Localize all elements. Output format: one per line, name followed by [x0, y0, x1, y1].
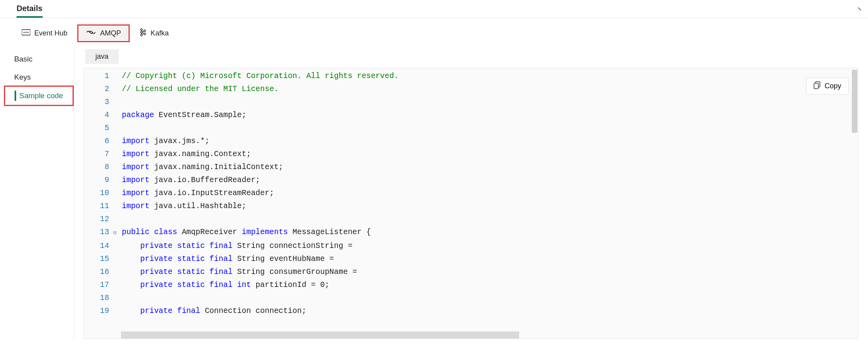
svg-line-12	[142, 33, 144, 34]
code-line: 18	[84, 292, 858, 305]
code-line: 16 private static final String consumerG…	[84, 266, 858, 279]
code-line: 2// Licensed under the MIT License.	[84, 83, 858, 96]
line-number: 11	[84, 200, 113, 213]
line-number: 15	[84, 253, 113, 266]
code-line: 19 private final Connection connection;	[84, 305, 858, 318]
fold-toggle-icon	[113, 187, 121, 200]
code-text: import javax.naming.InitialContext;	[121, 161, 283, 174]
copy-icon	[814, 81, 821, 91]
fold-toggle-icon	[113, 279, 121, 292]
fold-toggle-icon	[113, 213, 121, 226]
code-line: 9import java.io.BufferedReader;	[84, 174, 858, 187]
event-hub-icon	[22, 29, 30, 38]
tab-label: Kafka	[151, 29, 169, 37]
tab-label: Event Hub	[34, 29, 67, 37]
svg-line-11	[142, 31, 144, 32]
code-text	[121, 213, 122, 226]
vertical-scrollbar[interactable]	[852, 70, 857, 133]
line-number: 12	[84, 213, 113, 226]
svg-point-4	[141, 29, 142, 30]
code-text: private static final String eventHubName…	[121, 253, 334, 266]
tab-label: AMQP	[100, 29, 121, 37]
fold-toggle-icon[interactable]: ⊟	[113, 226, 121, 240]
highlight-box-amqp: AMQP	[77, 24, 130, 42]
code-line: 10import java.io.InputStreamReader;	[84, 187, 858, 200]
line-number: 3	[84, 96, 113, 109]
svg-point-5	[141, 32, 142, 33]
code-listing[interactable]: 1// Copyright (c) Microsoft Corporation.…	[84, 68, 858, 318]
sidebar-item-label: Keys	[14, 73, 31, 81]
line-number: 2	[84, 83, 113, 96]
code-line: 3	[84, 96, 858, 109]
code-line: 13⊟public class AmqpReceiver implements …	[84, 226, 858, 240]
fold-toggle-icon	[113, 96, 121, 109]
code-text: private static final String connectionSt…	[121, 240, 352, 253]
tab-event-hub[interactable]: Event Hub	[15, 26, 74, 41]
svg-point-6	[141, 34, 142, 36]
line-number: 18	[84, 292, 113, 305]
svg-point-2	[26, 32, 27, 33]
fold-toggle-icon	[113, 240, 121, 253]
sidebar-item-sample-code[interactable]: Sample code	[5, 87, 71, 105]
copy-label: Copy	[825, 82, 841, 90]
language-chip[interactable]: java	[85, 49, 119, 64]
code-text: import javax.jms.*;	[121, 135, 209, 148]
fold-toggle-icon	[113, 200, 121, 213]
details-title[interactable]: Details	[17, 4, 43, 18]
kafka-icon	[140, 28, 147, 39]
fold-toggle-icon	[113, 122, 121, 135]
code-line: 8import javax.naming.InitialContext;	[84, 161, 858, 174]
code-line: 11import java.util.Hashtable;	[84, 200, 858, 213]
fold-toggle-icon	[113, 292, 121, 305]
copy-button[interactable]: Copy	[806, 78, 849, 95]
sidebar-item-basic[interactable]: Basic	[0, 50, 74, 68]
code-line: 7import javax.naming.Context;	[84, 148, 858, 161]
svg-point-8	[144, 33, 145, 35]
code-panel: Copy 1// Copyright (c) Microsoft Corpora…	[84, 68, 859, 339]
fold-toggle-icon	[113, 174, 121, 187]
svg-rect-14	[814, 83, 818, 89]
code-text: package EventStream.Sample;	[121, 109, 246, 122]
line-number: 16	[84, 266, 113, 279]
code-line: 6import javax.jms.*;	[84, 135, 858, 148]
horizontal-scrollbar[interactable]	[121, 331, 519, 339]
fold-toggle-icon	[113, 305, 121, 318]
collapse-chevron-icon[interactable]	[857, 5, 865, 14]
highlight-box-sample-code: Sample code	[4, 86, 74, 106]
fold-toggle-icon	[113, 135, 121, 148]
code-text: private static final String consumerGrou…	[121, 266, 357, 279]
tab-amqp[interactable]: AMQP	[79, 26, 128, 40]
amqp-icon	[86, 29, 96, 37]
code-text: private static final int partitionId = 0…	[121, 279, 330, 292]
sidebar-item-label: Sample code	[19, 91, 63, 100]
code-line: 17 private static final int partitionId …	[84, 279, 858, 292]
code-line: 15 private static final String eventHubN…	[84, 253, 858, 266]
fold-toggle-icon	[113, 70, 121, 83]
code-text: import java.io.BufferedReader;	[121, 174, 260, 187]
code-line: 14 private static final String connectio…	[84, 240, 858, 253]
code-text: private final Connection connection;	[121, 305, 306, 318]
code-text: // Copyright (c) Microsoft Corporation. …	[121, 70, 399, 83]
fold-toggle-icon	[113, 161, 121, 174]
fold-toggle-icon	[113, 148, 121, 161]
code-text: public class AmqpReceiver implements Mes…	[121, 226, 371, 240]
svg-point-3	[28, 32, 29, 33]
code-line: 12	[84, 213, 858, 226]
code-line: 5	[84, 122, 858, 135]
line-number: 5	[84, 122, 113, 135]
line-number: 14	[84, 240, 113, 253]
code-text	[121, 292, 122, 305]
code-line: 1// Copyright (c) Microsoft Corporation.…	[84, 70, 858, 83]
fold-toggle-icon	[113, 109, 121, 122]
svg-point-7	[144, 30, 145, 32]
sidebar: Basic Keys Sample code	[0, 48, 74, 339]
protocol-tabs: Event Hub AMQP Kafka	[0, 18, 868, 48]
sidebar-item-label: Basic	[14, 55, 32, 63]
svg-point-1	[24, 32, 25, 33]
fold-toggle-icon	[113, 253, 121, 266]
code-text	[121, 122, 122, 135]
sidebar-item-keys[interactable]: Keys	[0, 68, 74, 86]
tab-kafka[interactable]: Kafka	[133, 25, 175, 41]
line-number: 17	[84, 279, 113, 292]
line-number: 13	[84, 226, 113, 240]
